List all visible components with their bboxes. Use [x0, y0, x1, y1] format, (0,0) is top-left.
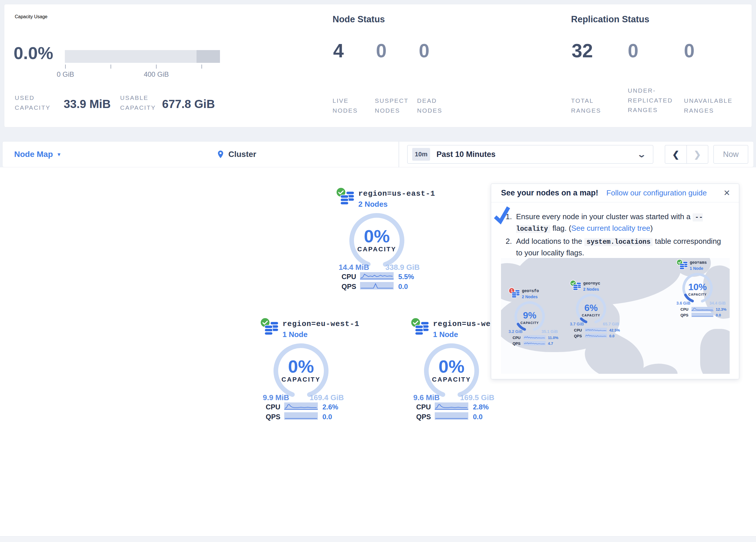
region-locality-label: region=us-east-1	[358, 189, 435, 198]
geo-locality-label: geo=nyc	[583, 281, 600, 286]
qps-value: 0.0	[609, 334, 614, 338]
database-stack-icon	[679, 261, 688, 270]
cpu-sparkline	[524, 335, 546, 340]
capacity-usage-bar-used-segment	[197, 50, 220, 63]
instruction-step-2: 2. Add locations to the system.locations…	[506, 236, 727, 258]
map-landmass	[700, 329, 730, 374]
step-text: )	[650, 224, 653, 232]
instruction-step-1: 1. Ensure every node in your cluster was…	[506, 211, 727, 234]
capacity-usage-title: Capacity Usage	[15, 14, 47, 19]
view-selector-label: Node Map	[14, 150, 53, 159]
axis-label-400gib: 400 GiB	[136, 70, 177, 78]
time-range-value: Past 10 Minutes	[436, 150, 496, 159]
now-button[interactable]: Now	[713, 145, 748, 163]
qps-value: 4.7	[548, 341, 553, 346]
under-replicated-ranges-value: 0	[628, 40, 638, 62]
time-range-dropdown[interactable]: 10m Past 10 Minutes ⌄	[407, 145, 653, 163]
region-locality-label: region=eu-west-1	[282, 320, 359, 328]
close-icon[interactable]: ✕	[724, 189, 730, 197]
view-selector[interactable]: Node Map ▾	[14, 141, 60, 167]
dropdown-caret-icon: ⌄	[637, 150, 646, 159]
system-locations-code: system.locations	[584, 238, 653, 246]
next-section-edge	[0, 536, 756, 542]
capacity-label: CAPACITY	[577, 314, 605, 317]
time-window-badge: 10m	[412, 148, 430, 161]
qps-sparkline	[284, 412, 318, 420]
cpu-sparkline	[691, 307, 713, 311]
node-map-config-popup: See your nodes on a map! Follow our conf…	[491, 183, 739, 379]
locality-tree-link[interactable]: See current locality tree	[571, 224, 650, 232]
geo-node-ams[interactable]: geo=ams 1 Node 10% CAPACITY 3.6 GiB 34.4…	[676, 258, 729, 318]
database-stack-icon	[511, 290, 520, 298]
used-capacity-value: 33.9 MiB	[64, 98, 111, 111]
time-forward-button[interactable]: ❯	[687, 145, 708, 163]
cpu-sparkline	[360, 272, 394, 280]
capacity-percent: 0%	[348, 226, 406, 246]
geo-locality-label: geo=sfo	[522, 289, 539, 293]
cpu-value: 2.6%	[322, 403, 338, 411]
live-nodes-value: 4	[333, 40, 344, 62]
breadcrumb-cluster: Cluster	[228, 150, 256, 159]
dead-nodes-label: DEAD NODES	[417, 96, 453, 115]
axis-label-0gib: 0 GiB	[48, 70, 83, 78]
total-ranges-value: 32	[572, 40, 593, 62]
qps-label: QPS	[342, 283, 356, 291]
geo-node-sfo[interactable]: geo=sfo 2 Nodes 9% CAPACITY 3.2 GiB 35.1…	[509, 287, 561, 346]
region-nodes-link[interactable]: 2 Nodes	[358, 200, 388, 209]
capacity-percent: 0%	[423, 356, 480, 377]
cpu-value: 2.8%	[473, 403, 489, 411]
total-ranges-label: TOTAL RANGES	[571, 96, 609, 115]
capacity-label: CAPACITY	[423, 376, 480, 383]
capacity-total-value: 35.1 GiB	[535, 329, 558, 334]
step-number: 2.	[506, 236, 516, 258]
unavailable-ranges-value: 0	[684, 40, 695, 62]
capacity-label: CAPACITY	[515, 321, 544, 325]
capacity-total-value: 169.4 GiB	[303, 393, 344, 402]
region-nodes-link[interactable]: 1 Node	[433, 330, 458, 339]
map-landmass	[640, 364, 678, 374]
database-stack-icon	[414, 322, 430, 336]
qps-sparkline	[585, 334, 607, 338]
cpu-label: CPU	[680, 307, 688, 312]
capacity-label: CAPACITY	[272, 376, 330, 383]
region-nodes-link[interactable]: 1 Node	[282, 330, 308, 339]
chevron-down-icon: ▾	[58, 151, 60, 158]
dead-nodes-value: 0	[419, 40, 430, 62]
toolbar-divider	[399, 141, 399, 167]
geo-nodes-link[interactable]: 2 Nodes	[583, 287, 599, 292]
geo-nodes-link[interactable]: 2 Nodes	[522, 295, 537, 299]
used-capacity-label: USED CAPACITY	[15, 93, 65, 112]
axis-tick	[111, 65, 111, 69]
geo-node-nyc[interactable]: geo=nyc 2 Nodes 6% CAPACITY 3.7 GiB 65.7…	[570, 280, 622, 339]
suspect-nodes-value: 0	[376, 40, 387, 62]
region-node-eu-west-1[interactable]: region=eu-west-1 1 Node 0% CAPACITY 9.9 …	[260, 317, 347, 416]
unavailable-ranges-label: UNAVAILABLE RANGES	[684, 96, 736, 115]
node-status-title: Node Status	[333, 14, 385, 25]
qps-value: 0.0	[398, 283, 408, 291]
qps-value: 0.0	[322, 413, 332, 421]
region-node-us-east-1[interactable]: region=us-east-1 2 Nodes 0% CAPACITY 14.…	[336, 187, 423, 286]
geo-nodes-link[interactable]: 1 Node	[690, 266, 703, 271]
capacity-label: CAPACITY	[348, 245, 406, 253]
step-text: flag. (	[550, 224, 571, 232]
geo-locality-label: geo=ams	[690, 260, 707, 265]
cpu-label: CPU	[342, 273, 356, 281]
time-back-button[interactable]: ❮	[665, 145, 687, 163]
suspect-nodes-label: SUSPECT NODES	[375, 96, 411, 115]
map-pin-icon	[216, 150, 225, 159]
breadcrumb[interactable]: Cluster	[216, 141, 256, 167]
axis-tick	[65, 65, 66, 69]
cpu-sparkline	[284, 403, 318, 410]
capacity-percent: 0%	[272, 356, 330, 377]
cpu-value: 12.3%	[716, 307, 726, 312]
capacity-used-value: 14.4 MiB	[339, 263, 369, 272]
qps-label: QPS	[574, 334, 582, 338]
qps-sparkline	[691, 313, 713, 317]
axis-tick	[156, 65, 157, 69]
qps-value: 0.0	[716, 313, 721, 317]
capacity-used-value: 9.9 MiB	[263, 393, 289, 402]
configuration-guide-link[interactable]: Follow our configuration guide	[606, 188, 707, 197]
database-stack-icon	[340, 191, 355, 205]
region-node-us-west-1[interactable]: region=us-west-1 1 Node 0% CAPACITY 9.6 …	[410, 317, 497, 416]
capacity-percent: 10%	[683, 282, 712, 293]
